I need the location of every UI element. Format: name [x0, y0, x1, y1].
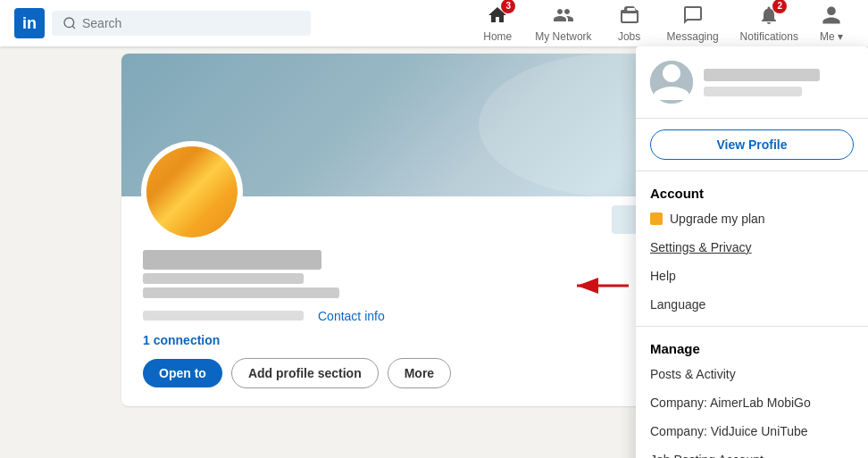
company1-item[interactable]: Company: AimerLab MobiGo — [636, 388, 868, 417]
nav-jobs[interactable]: Jobs — [603, 0, 656, 46]
notifications-label: Notifications — [740, 30, 798, 43]
view-profile-button[interactable]: View Profile — [650, 129, 854, 160]
divider-2 — [636, 326, 868, 327]
navbar: in 3 Home My Network Job — [0, 0, 868, 46]
open-to-button[interactable]: Open to — [143, 359, 222, 387]
profile-location-blurred — [143, 311, 304, 321]
messaging-icon — [682, 4, 704, 29]
contact-info-link[interactable]: Contact info — [318, 309, 385, 323]
svg-line-1 — [72, 26, 75, 29]
manage-section-title: Manage — [636, 334, 868, 360]
jobs-icon — [619, 4, 640, 29]
profile-name-blurred — [143, 250, 321, 270]
dropdown-name-blurred — [704, 69, 820, 81]
posts-activity-item[interactable]: Posts & Activity — [636, 360, 868, 388]
nav-messaging[interactable]: Messaging — [656, 0, 730, 46]
job-posting-item[interactable]: Job Posting Account — [636, 446, 868, 458]
svg-point-0 — [64, 18, 74, 28]
search-input[interactable] — [82, 16, 300, 30]
language-item[interactable]: Language — [636, 290, 868, 319]
account-section-title: Account — [636, 179, 868, 204]
profile-sub2 — [143, 287, 339, 298]
dropdown-user-info — [704, 69, 820, 96]
home-icon: 3 — [487, 4, 508, 29]
search-icon — [63, 16, 77, 30]
profile-sub1 — [143, 273, 304, 284]
notifications-icon: 2 — [758, 4, 780, 29]
notifications-badge: 2 — [772, 0, 787, 13]
linkedin-logo[interactable]: in — [14, 8, 45, 38]
me-label: Me ▾ — [820, 30, 843, 43]
my-network-icon — [553, 4, 574, 29]
help-item[interactable]: Help — [636, 262, 868, 290]
dropdown-sub-blurred — [704, 87, 802, 96]
my-network-label: My Network — [535, 30, 591, 43]
divider-1 — [636, 171, 868, 171]
more-button[interactable]: More — [388, 358, 451, 388]
dropdown-menu: View Profile Account Upgrade my plan Set… — [636, 46, 868, 458]
upgrade-plan-item[interactable]: Upgrade my plan — [636, 204, 868, 233]
search-bar — [52, 11, 311, 36]
home-badge: 3 — [501, 0, 515, 13]
add-profile-section-button[interactable]: Add profile section — [231, 358, 379, 388]
upgrade-icon — [650, 212, 663, 225]
messaging-label: Messaging — [667, 30, 719, 43]
home-label: Home — [483, 30, 512, 43]
jobs-label: Jobs — [618, 30, 640, 43]
nav-items: 3 Home My Network Jobs Messaging — [471, 0, 854, 46]
me-avatar-icon — [821, 4, 842, 29]
nav-notifications[interactable]: 2 Notifications — [730, 0, 809, 46]
settings-privacy-item[interactable]: Settings & Privacy — [636, 233, 868, 262]
nav-me[interactable]: Me ▾ — [809, 0, 854, 46]
dropdown-avatar — [650, 61, 693, 104]
dropdown-header — [636, 46, 868, 119]
company2-item[interactable]: Company: VidJuice UniTube — [636, 417, 868, 446]
nav-my-network[interactable]: My Network — [524, 0, 602, 46]
nav-home[interactable]: 3 Home — [471, 0, 524, 46]
